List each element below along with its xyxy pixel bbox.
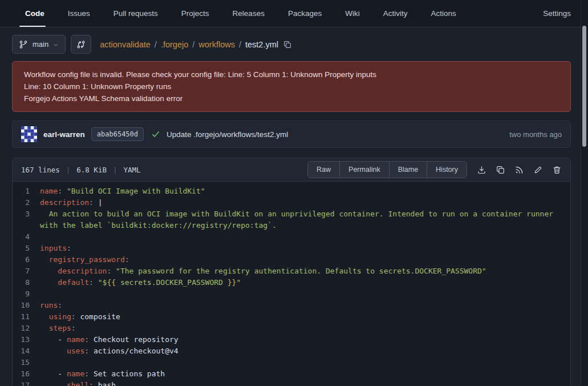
- code-line-content: [40, 231, 570, 243]
- code-line-3: 3 An action to build an OCI image with B…: [13, 208, 570, 231]
- nav-item-label: Releases: [233, 9, 265, 18]
- code-line-content: - name: Checkout repository: [40, 334, 570, 345]
- chevron-down-icon: [53, 41, 59, 48]
- breadcrumb-separator: /: [192, 40, 194, 49]
- avatar[interactable]: [21, 126, 37, 142]
- identicon-image: [21, 126, 37, 142]
- meta-separator: |: [113, 166, 117, 174]
- code-line-content: steps:: [40, 323, 570, 334]
- code-line-content: runs:: [40, 300, 570, 311]
- edit-icon[interactable]: [530, 162, 546, 178]
- code-line-content: shell: bash: [40, 380, 570, 386]
- code-line-content: - name: Set actions path: [40, 368, 570, 380]
- error-line: Forgejo Actions YAML Schema validation e…: [24, 93, 559, 104]
- code-line-content: An action to build an OCI image with Bui…: [40, 208, 570, 231]
- download-icon[interactable]: [474, 162, 489, 178]
- nav-item-label: Issues: [68, 9, 90, 18]
- commit-author[interactable]: earl-warren: [43, 130, 85, 139]
- code-line-content: name: "Build OCI Image with BuildKit": [40, 186, 570, 197]
- nav-item-label: Activity: [383, 9, 408, 18]
- line-number[interactable]: 5: [13, 243, 40, 254]
- nav-item-label: Settings: [543, 9, 571, 18]
- nav-item-code[interactable]: Code: [21, 0, 44, 27]
- line-number[interactable]: 10: [13, 300, 40, 311]
- code-line-5: 5inputs:: [13, 243, 570, 254]
- line-number[interactable]: 7: [13, 266, 40, 277]
- code-line-8: 8 default: "${{ secrets.DOCKER_PASSWORD …: [13, 277, 570, 288]
- code-line-7: 7 description: "The password for the reg…: [13, 266, 570, 277]
- breadcrumb-item-test2-yml: test2.yml: [245, 40, 278, 49]
- nav-item-wiki[interactable]: Wiki: [340, 0, 360, 27]
- nav-item-settings[interactable]: Settings: [538, 0, 571, 27]
- nav-item-label: Code: [25, 9, 44, 18]
- line-number[interactable]: 3: [13, 208, 40, 231]
- code-view: 1name: "Build OCI Image with BuildKit"2d…: [13, 182, 570, 386]
- line-number[interactable]: 16: [13, 368, 40, 380]
- copy-icon[interactable]: [493, 162, 508, 178]
- line-number[interactable]: 6: [13, 254, 40, 266]
- code-line-content: [40, 357, 570, 368]
- breadcrumb-item-workflows[interactable]: workflows: [198, 40, 235, 49]
- code-line-content: uses: actions/checkout@v4: [40, 345, 570, 357]
- line-number[interactable]: 8: [13, 277, 40, 288]
- nav-item-pull-requests[interactable]: Pull requests: [109, 0, 158, 27]
- top-nav-settings: Settings: [538, 0, 571, 27]
- rss-icon[interactable]: [512, 162, 527, 178]
- blame-button[interactable]: Blame: [390, 162, 427, 178]
- page-scrollbar[interactable]: [581, 0, 588, 386]
- nav-item-label: Pull requests: [113, 9, 158, 18]
- copy-path-icon[interactable]: [283, 41, 291, 49]
- line-number[interactable]: 11: [13, 311, 40, 323]
- line-number[interactable]: 17: [13, 380, 40, 386]
- file-header: 167 lines|6.8 KiB|YAML RawPermalinkBlame…: [13, 158, 570, 182]
- code-line-16: 16 - name: Set actions path: [13, 368, 570, 380]
- repo-file-page: CodeIssuesPull requestsProjectsReleasesP…: [0, 0, 588, 386]
- code-line-content: [40, 288, 570, 300]
- line-number[interactable]: 2: [13, 197, 40, 208]
- line-number[interactable]: 9: [13, 288, 40, 300]
- error-line: Line: 10 Column 1: Unknown Property runs: [24, 81, 559, 93]
- nav-item-packages[interactable]: Packages: [283, 0, 322, 27]
- line-number[interactable]: 15: [13, 357, 40, 368]
- nav-item-projects[interactable]: Projects: [177, 0, 209, 27]
- compare-button[interactable]: [71, 35, 91, 54]
- nav-item-releases[interactable]: Releases: [228, 0, 265, 27]
- scrollbar-thumb[interactable]: [582, 26, 586, 147]
- branch-selector[interactable]: main: [12, 35, 66, 54]
- file-meta-item: YAML: [123, 166, 140, 174]
- code-line-10: 10runs:: [13, 300, 570, 311]
- commit-status-check-icon[interactable]: [151, 130, 160, 139]
- compare-icon: [76, 40, 86, 49]
- code-line-content: default: "${{ secrets.DOCKER_PASSWORD }}…: [40, 277, 570, 288]
- file-action-icons: [474, 162, 565, 178]
- delete-icon[interactable]: [549, 162, 565, 178]
- line-number[interactable]: 1: [13, 186, 40, 197]
- line-number[interactable]: 4: [13, 231, 40, 243]
- code-line-content: inputs:: [40, 243, 570, 254]
- nav-item-activity[interactable]: Activity: [379, 0, 408, 27]
- raw-button[interactable]: Raw: [308, 162, 340, 178]
- nav-item-label: Projects: [181, 9, 209, 18]
- breadcrumb-separator: /: [155, 40, 157, 49]
- nav-item-label: Wiki: [345, 9, 360, 18]
- breadcrumb-item-actionvalidate[interactable]: actionvalidate: [100, 40, 151, 49]
- top-nav-items: CodeIssuesPull requestsProjectsReleasesP…: [21, 0, 475, 27]
- file-meta-item: 167 lines: [21, 166, 60, 174]
- line-number[interactable]: 13: [13, 334, 40, 345]
- code-line-content: using: composite: [40, 311, 570, 323]
- commit-message[interactable]: Update .forgejo/workflows/test2.yml: [167, 130, 288, 139]
- permalink-button[interactable]: Permalink: [340, 162, 390, 178]
- branch-name: main: [33, 40, 48, 49]
- line-number[interactable]: 14: [13, 345, 40, 357]
- code-line-12: 12 steps:: [13, 323, 570, 334]
- branch-icon: [19, 40, 28, 49]
- breadcrumb: actionvalidate/.forgejo/workflows/test2.…: [100, 40, 278, 49]
- line-number[interactable]: 12: [13, 323, 40, 334]
- breadcrumb-item--forgejo[interactable]: .forgejo: [161, 40, 188, 49]
- file-view: 167 lines|6.8 KiB|YAML RawPermalinkBlame…: [12, 158, 571, 386]
- nav-item-issues[interactable]: Issues: [63, 0, 90, 27]
- commit-sha-badge[interactable]: abab65450d: [91, 127, 144, 141]
- history-button[interactable]: History: [427, 162, 467, 178]
- nav-item-actions[interactable]: Actions: [426, 0, 456, 27]
- file-meta-item: 6.8 KiB: [76, 166, 107, 174]
